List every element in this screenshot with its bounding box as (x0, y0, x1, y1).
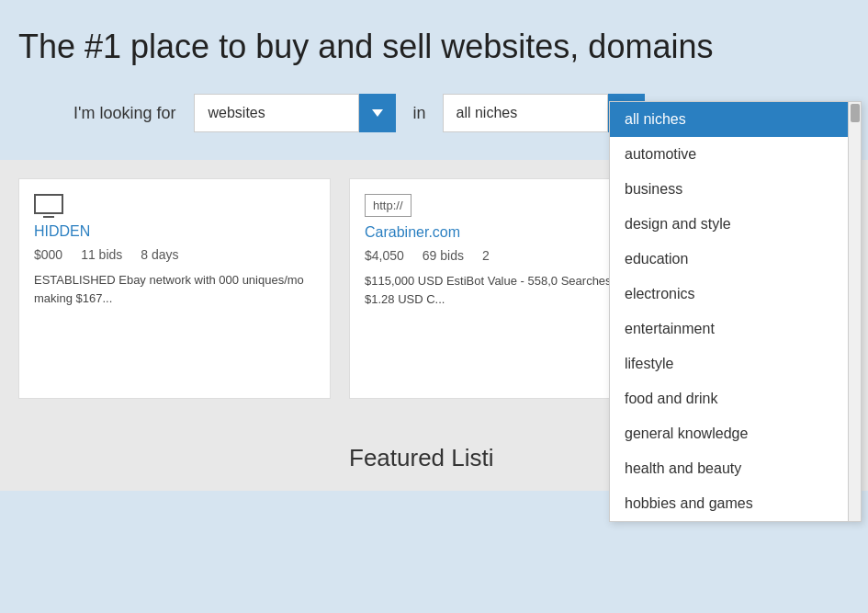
dropdown-scrollbar[interactable] (848, 102, 861, 521)
card-2-url-badge: http:// (365, 194, 411, 217)
websites-display[interactable]: websites (194, 94, 359, 132)
niche-item-health-and-beauty[interactable]: health and beauty (610, 451, 861, 486)
featured-listing-label: Featured Listi (349, 444, 494, 472)
niche-item-hobbies-and-games[interactable]: hobbies and games (610, 486, 861, 521)
card-1-days: 8 days (141, 247, 178, 262)
niche-item-business[interactable]: business (610, 172, 861, 207)
card-1-bids: 11 bids (81, 247, 122, 262)
card-1-description: ESTABLISHED Ebay network with 000 unique… (34, 271, 315, 307)
niches-dropdown-inner: all niches automotive business design an… (610, 102, 861, 521)
websites-dropdown-button[interactable] (359, 94, 396, 132)
niche-item-lifestyle[interactable]: lifestyle (610, 346, 861, 381)
scrollbar-thumb (851, 104, 860, 122)
card-2-bids: 69 bids (423, 248, 464, 263)
niche-item-automotive[interactable]: automotive (610, 137, 861, 172)
card-2-description: $115,000 USD EstiBot Value - 558,0 Searc… (365, 272, 646, 308)
search-label: I'm looking for (73, 104, 175, 123)
monitor-icon-wrapper (34, 194, 315, 214)
card-2-days: 2 (482, 248, 490, 263)
chevron-down-icon (372, 109, 383, 117)
niche-item-food-and-drink[interactable]: food and drink (610, 381, 861, 416)
in-label: in (412, 104, 425, 123)
niche-item-design-and-style[interactable]: design and style (610, 207, 861, 242)
listing-card-1[interactable]: HIDDEN $000 11 bids 8 days ESTABLISHED E… (18, 178, 331, 399)
niche-item-all-niches[interactable]: all niches (610, 102, 861, 137)
card-1-price: $000 (34, 247, 62, 262)
niche-item-education[interactable]: education (610, 242, 861, 277)
card-2-stats: $4,050 69 bids 2 (365, 248, 646, 263)
card-2-title[interactable]: Carabiner.com (365, 224, 646, 241)
card-1-stats: $000 11 bids 8 days (34, 247, 315, 262)
niche-item-general-knowledge[interactable]: general knowledge (610, 416, 861, 451)
card-1-title[interactable]: HIDDEN (34, 223, 315, 240)
niche-item-electronics[interactable]: electronics (610, 277, 861, 312)
niches-display[interactable]: all niches (443, 94, 608, 132)
niches-dropdown-menu[interactable]: all niches automotive business design an… (609, 101, 862, 522)
page-title: The #1 place to buy and sell websites, d… (18, 28, 850, 66)
monitor-icon (34, 194, 63, 214)
niche-item-entertainment[interactable]: entertainment (610, 312, 861, 346)
card-2-price: $4,050 (365, 248, 404, 263)
websites-dropdown-wrapper[interactable]: websites (194, 94, 396, 132)
